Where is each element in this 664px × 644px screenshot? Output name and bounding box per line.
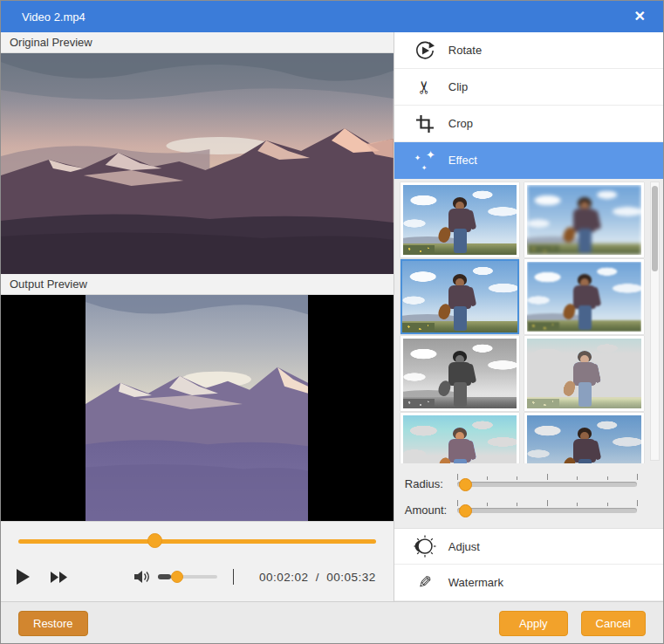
cancel-button[interactable]: Cancel (581, 611, 646, 636)
current-time: 00:02:02 (259, 571, 309, 584)
amount-ticks (457, 500, 637, 507)
output-preview-art (86, 295, 308, 521)
amount-slider[interactable] (457, 500, 637, 519)
effect-thumbnail-sketch[interactable] (524, 336, 644, 411)
radius-track[interactable] (457, 482, 637, 487)
tools-column: Rotate ✂ Clip Crop (394, 32, 663, 601)
menu-label-crop: Crop (448, 117, 473, 130)
amount-label: Amount: (394, 504, 457, 517)
fast-forward-icon (51, 572, 67, 583)
menu-label-watermark: Watermark (448, 576, 503, 589)
video-edit-dialog: Video 2.mp4 ✕ Original Preview (0, 0, 664, 644)
menu-item-rotate[interactable]: Rotate (394, 32, 663, 69)
output-preview-header: Output Preview (1, 274, 394, 295)
total-time: 00:05:32 (326, 571, 376, 584)
transport-controls: 00:02:02 / 00:05:32 (1, 558, 394, 595)
menu-item-watermark[interactable]: ✎ Watermark (394, 565, 663, 601)
radius-ticks (457, 474, 637, 481)
time-display: 00:02:02 / 00:05:32 (257, 571, 378, 584)
contrast-icon (410, 534, 440, 558)
playback-panel: 00:02:02 / 00:05:32 (1, 521, 394, 601)
original-preview-image (1, 53, 394, 274)
seek-track[interactable] (18, 539, 376, 544)
amount-slider-row: Amount: (394, 497, 663, 523)
effect-thumbnail-original[interactable] (400, 182, 520, 257)
menu-label-adjust: Adjust (448, 540, 480, 553)
output-preview-video (1, 295, 394, 521)
amount-track[interactable] (457, 508, 637, 513)
menu-item-adjust[interactable]: Adjust (394, 528, 663, 565)
volume-slider[interactable] (158, 571, 217, 583)
effects-scrollbar-thumb[interactable] (652, 186, 658, 271)
close-icon[interactable]: ✕ (634, 10, 646, 24)
effect-thumbnail-blur-strong[interactable] (524, 182, 644, 257)
menu-item-clip[interactable]: ✂ Clip (394, 69, 663, 106)
menu-item-effect[interactable]: ✦ ✦ ✦ Effect (394, 142, 663, 179)
effect-sliders: Radius: Amount: (394, 463, 663, 528)
volume-handle[interactable] (171, 571, 183, 583)
output-preview-label: Output Preview (10, 277, 87, 291)
menu-label-clip: Clip (448, 80, 468, 93)
fast-forward-button[interactable] (51, 572, 67, 583)
sparkles-icon: ✦ ✦ ✦ (410, 149, 440, 172)
seek-bar[interactable] (18, 522, 376, 558)
time-separator: / (316, 571, 319, 584)
effect-grid (400, 182, 644, 463)
crop-icon (410, 114, 440, 134)
title-bar: Video 2.mp4 ✕ (1, 1, 663, 32)
mute-button[interactable] (133, 570, 151, 584)
effect-thumbnail-list (394, 179, 663, 463)
radius-slider[interactable] (457, 474, 637, 493)
menu-item-crop[interactable]: Crop (394, 106, 663, 142)
effect-thumbnail-washed-bright[interactable] (400, 413, 520, 463)
apply-button[interactable]: Apply (499, 611, 568, 636)
output-preview-image (86, 295, 308, 521)
original-preview-label: Original Preview (10, 36, 92, 49)
play-icon (17, 569, 30, 585)
scissors-icon: ✂ (410, 77, 440, 98)
effect-thumbnail-darkened[interactable] (524, 413, 644, 463)
original-preview-header: Original Preview (1, 32, 394, 53)
radius-label: Radius: (394, 477, 457, 490)
radius-slider-row: Radius: (394, 470, 663, 497)
window-title: Video 2.mp4 (22, 10, 86, 24)
volume-fill (158, 574, 171, 579)
amount-handle[interactable] (459, 504, 472, 517)
brush-icon: ✎ (410, 572, 440, 593)
effect-thumbnail-selected[interactable] (400, 259, 520, 334)
controls-divider (233, 569, 234, 585)
rotate-icon (410, 39, 440, 62)
effect-thumbnail-blur-soft[interactable] (524, 259, 644, 334)
seek-handle[interactable] (147, 533, 162, 548)
restore-button[interactable]: Restore (18, 611, 88, 636)
effect-thumbnail-grayscale[interactable] (400, 336, 520, 411)
menu-label-effect: Effect (448, 154, 477, 167)
dialog-body: Original Preview (1, 32, 663, 601)
speaker-icon (133, 570, 151, 584)
menu-label-rotate: Rotate (448, 44, 482, 57)
radius-handle[interactable] (459, 478, 472, 491)
footer-bar: Restore Apply Cancel (1, 601, 663, 644)
original-preview-video (1, 53, 394, 274)
effects-scrollbar-track[interactable] (650, 182, 660, 461)
play-button[interactable] (17, 569, 30, 585)
preview-column: Original Preview (1, 32, 394, 601)
